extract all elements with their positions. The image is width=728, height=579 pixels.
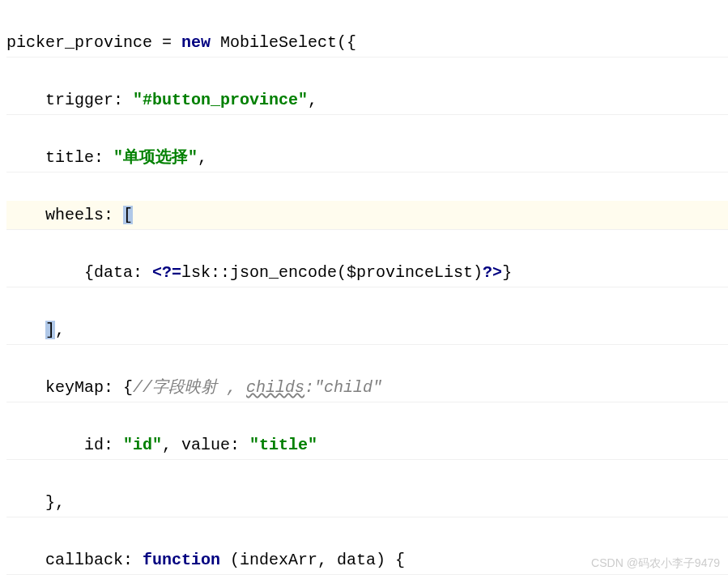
bracket-selected-open: [: [123, 206, 133, 224]
code-line: title: "单项选择",: [6, 143, 728, 172]
code-line-highlighted: wheels: [: [6, 201, 728, 230]
code-line: picker_province = new MobileSelect({: [6, 28, 728, 57]
watermark: CSDN @码农小李子9479: [591, 553, 720, 573]
bracket-selected-close: ]: [45, 321, 55, 339]
code-line: trigger: "#button_province",: [6, 86, 728, 115]
code-line: ],: [6, 316, 728, 345]
code-line: keyMap: {//字段映射 , childs:"child": [6, 373, 728, 402]
code-editor[interactable]: picker_province = new MobileSelect({ tri…: [0, 0, 728, 579]
code-line: },: [6, 488, 728, 517]
code-line: {data: <?=lsk::json_encode($provinceList…: [6, 258, 728, 287]
code-line: id: "id", value: "title": [6, 431, 728, 460]
